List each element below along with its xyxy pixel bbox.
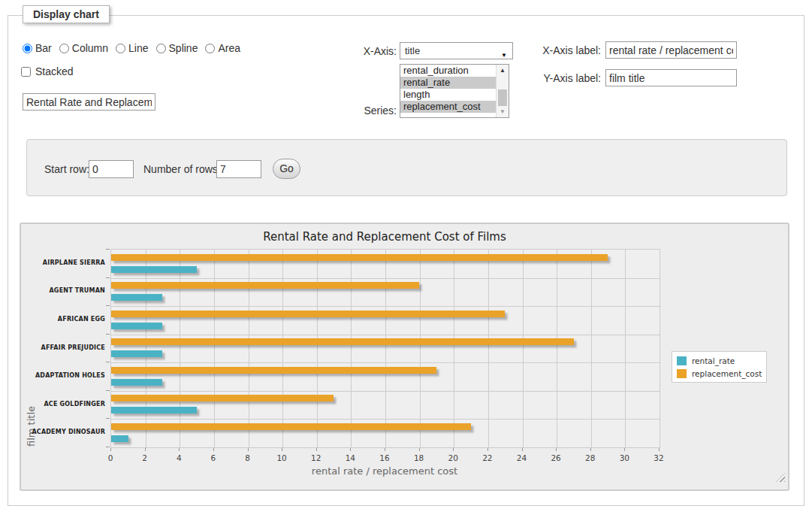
- chart-panel: Rental Rate and Replacement Cost of Film…: [20, 223, 789, 491]
- legend-swatch: [677, 356, 687, 365]
- series-option-rental_rate[interactable]: rental_rate: [400, 77, 497, 89]
- bar-replacement_cost: [111, 282, 419, 289]
- axis-tick: [282, 448, 282, 451]
- num-rows-label: Number of rows:: [143, 163, 221, 175]
- x-tick-label: 0: [99, 453, 122, 462]
- fieldset-legend: Display chart: [23, 5, 110, 23]
- axis-tick: [106, 305, 110, 306]
- legend-label: replacement_cost: [692, 369, 762, 378]
- gridline: [454, 250, 454, 447]
- gridline: [111, 362, 660, 363]
- page: Display chart BarColumnLineSplineArea St…: [0, 0, 812, 512]
- chart-type-label: Spline: [169, 42, 198, 54]
- scrollbar-thumb[interactable]: [498, 89, 507, 106]
- x-tick-label: 14: [339, 453, 361, 462]
- gridline: [249, 250, 249, 447]
- gridline: [625, 250, 626, 447]
- axis-tick: [106, 447, 110, 447]
- chart-type-group: BarColumnLineSplineArea: [23, 42, 248, 54]
- y-axis-label-input[interactable]: [605, 69, 737, 86]
- x-tick-label: 6: [202, 453, 225, 462]
- gridline: [420, 250, 421, 447]
- start-row-input[interactable]: [89, 160, 134, 178]
- chart-title-input[interactable]: [23, 93, 155, 111]
- chart-type-radio-column[interactable]: [59, 44, 69, 53]
- category-label: ACE GOLDFINGER: [23, 401, 105, 408]
- plot-area: [110, 249, 660, 448]
- chart-type-option-column[interactable]: Column: [59, 42, 108, 54]
- chart-type-radio-spline[interactable]: [156, 44, 166, 53]
- scroll-up-icon[interactable]: ▲: [497, 65, 509, 76]
- chart-type-radio-line[interactable]: [116, 44, 125, 53]
- category-label: AFRICAN EGG: [23, 316, 105, 323]
- series-options: rental_durationrental_ratelengthreplacem…: [400, 65, 509, 113]
- gridline: [557, 250, 557, 447]
- gridline: [111, 391, 660, 392]
- chart-type-option-area[interactable]: Area: [205, 42, 240, 54]
- x-axis-title: rental rate / replacement cost: [110, 465, 659, 477]
- chart-type-option-spline[interactable]: Spline: [156, 42, 198, 54]
- x-axis-select-label: X-Axis:: [331, 45, 397, 57]
- axis-tick: [419, 448, 420, 451]
- x-tick-label: 12: [305, 453, 328, 462]
- x-axis-select[interactable]: title ▼: [400, 42, 513, 59]
- axis-tick: [350, 448, 351, 451]
- chart-type-label: Line: [128, 42, 148, 54]
- axis-tick: [106, 249, 110, 250]
- gridline: [180, 250, 180, 447]
- chart-type-option-line[interactable]: Line: [116, 42, 148, 54]
- stacked-option[interactable]: Stacked: [21, 65, 74, 77]
- axis-tick: [106, 277, 110, 278]
- gridline: [591, 250, 592, 447]
- series-option-length[interactable]: length: [400, 89, 497, 101]
- x-tick-label: 8: [237, 453, 259, 462]
- bar-replacement_cost: [111, 395, 334, 401]
- chart-type-radio-area[interactable]: [205, 44, 215, 53]
- gridline: [111, 419, 660, 420]
- bar-rental_rate: [111, 350, 162, 357]
- resize-handle-icon[interactable]: [776, 473, 785, 482]
- legend-item: rental_rate: [677, 354, 762, 367]
- gridline: [523, 250, 524, 447]
- x-tick-label: 28: [579, 453, 602, 462]
- bar-rental_rate: [111, 294, 162, 301]
- num-rows-input[interactable]: [216, 160, 261, 178]
- chart-type-label: Bar: [35, 42, 52, 54]
- axis-tick: [145, 448, 146, 451]
- bar-replacement_cost: [111, 311, 505, 317]
- x-axis-label-input[interactable]: [605, 41, 737, 59]
- gridline: [385, 250, 386, 447]
- row-controls-panel: Start row: Number of rows: Go: [26, 139, 787, 196]
- scrollbar[interactable]: ▲ ▼: [496, 65, 509, 117]
- chart-type-option-bar[interactable]: Bar: [23, 42, 52, 54]
- go-button[interactable]: Go: [273, 159, 300, 179]
- chart-type-radio-bar[interactable]: [23, 44, 32, 53]
- stacked-checkbox[interactable]: [21, 67, 31, 77]
- bar-rental_rate: [111, 435, 128, 442]
- gridline: [146, 250, 146, 447]
- scroll-down-icon[interactable]: ▼: [497, 106, 509, 117]
- axis-tick: [590, 448, 591, 451]
- series-option-replacement_cost[interactable]: replacement_cost: [400, 101, 497, 113]
- axis-tick: [624, 448, 625, 451]
- series-listbox[interactable]: rental_durationrental_ratelengthreplacem…: [400, 64, 509, 118]
- axis-tick: [106, 362, 110, 362]
- x-axis-select-value: title: [405, 45, 420, 56]
- axis-tick: [106, 418, 110, 419]
- y-axis-label-label: Y-Axis label:: [526, 72, 601, 84]
- axis-tick: [385, 448, 385, 451]
- bar-replacement_cost: [111, 423, 471, 430]
- x-tick-label: 18: [408, 453, 430, 462]
- x-tick-label: 32: [647, 453, 670, 462]
- axis-tick: [106, 334, 110, 335]
- gridline: [111, 335, 660, 335]
- chart-type-label: Column: [72, 42, 108, 54]
- chart-legend: rental_ratereplacement_cost: [672, 351, 767, 383]
- x-tick-label: 2: [134, 453, 156, 462]
- x-tick-label: 26: [545, 453, 567, 462]
- start-row-label: Start row:: [44, 163, 89, 175]
- axis-tick: [213, 448, 214, 451]
- bar-rental_rate: [111, 323, 162, 329]
- series-option-rental_duration[interactable]: rental_duration: [400, 65, 497, 77]
- x-tick-label: 22: [476, 453, 499, 462]
